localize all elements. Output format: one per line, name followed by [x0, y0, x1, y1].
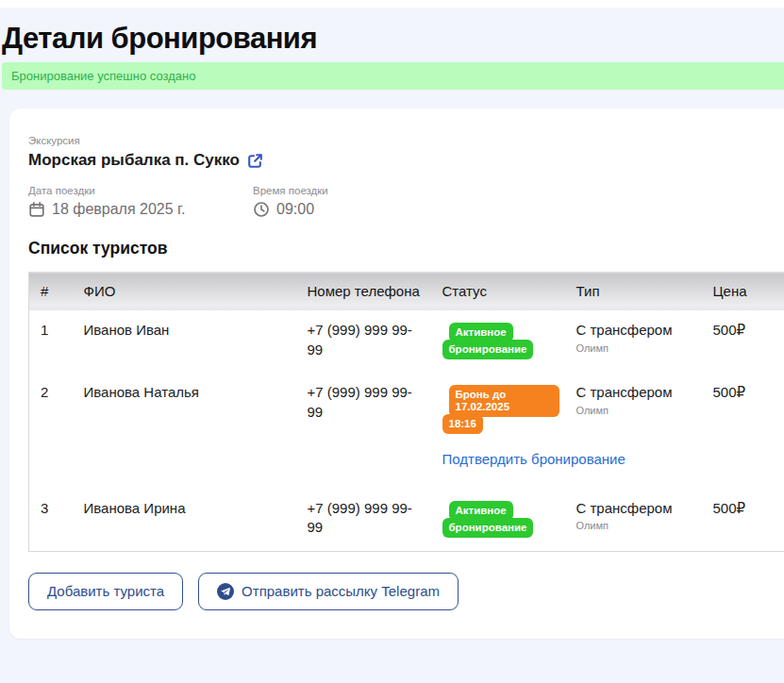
- table-row: 3 Иванова Ирина +7 (999) 999 99-99 Актив…: [29, 489, 784, 552]
- tourists-heading: Список туристов: [28, 239, 784, 258]
- table-row: 1 Иванов Иван +7 (999) 999 99-99 Активно…: [29, 310, 784, 373]
- tourists-table: # ФИО Номер телефона Статус Тип Цена 1 И…: [28, 272, 784, 552]
- tourist-type-sub: Олимп: [576, 404, 696, 418]
- tourist-type: С трансфером: [576, 321, 696, 340]
- tourist-price: 500₽: [702, 310, 784, 373]
- top-strip: [0, 0, 784, 8]
- col-header-phone: Номер телефона: [296, 273, 431, 311]
- time-value: 09:00: [276, 201, 314, 218]
- status-badge: Бронь до 17.02.2025 18:16: [442, 385, 559, 437]
- tourist-type-sub: Олимп: [576, 342, 696, 356]
- table-row: 2 Иванова Наталья +7 (999) 999 99-99 Бро…: [29, 373, 784, 488]
- tourist-num: 1: [29, 310, 73, 373]
- excursion-label: Экскурсия: [28, 135, 784, 146]
- tourist-type-sub: Олимп: [576, 519, 696, 533]
- tourist-num: 3: [29, 489, 73, 552]
- tourist-type: С трансфером: [576, 499, 696, 518]
- page: Детали бронирования Бронирование успешно…: [0, 0, 784, 639]
- tourist-num: 2: [29, 373, 73, 488]
- col-header-status: Статус: [431, 273, 565, 311]
- status-badge: Активное бронирование: [442, 501, 559, 541]
- telegram-icon: [217, 583, 234, 600]
- page-title: Детали бронирования: [2, 21, 784, 57]
- table-header-row: # ФИО Номер телефона Статус Тип Цена: [29, 273, 784, 311]
- add-tourist-button-label: Добавить туриста: [47, 583, 164, 599]
- col-header-num: #: [29, 273, 73, 311]
- success-banner-text: Бронирование успешно создано: [11, 69, 195, 83]
- calendar-icon: [28, 201, 45, 218]
- external-link-icon[interactable]: [247, 153, 263, 169]
- tourist-price: 500₽: [702, 489, 784, 552]
- add-tourist-button[interactable]: Добавить туриста: [28, 573, 183, 610]
- send-telegram-button-label: Отправить рассылку Telegram: [242, 583, 440, 599]
- booking-card: Экскурсия Морская рыбалка п. Сукко Дата …: [9, 108, 784, 639]
- col-header-type: Тип: [565, 273, 702, 311]
- tourist-name: Иванова Наталья: [73, 373, 296, 488]
- tourist-name: Иванов Иван: [73, 310, 296, 373]
- time-label: Время поездки: [253, 185, 477, 196]
- excursion-name: Морская рыбалка п. Сукко: [28, 151, 240, 170]
- tourist-phone: +7 (999) 999 99-99: [296, 489, 431, 552]
- tourist-name: Иванова Ирина: [73, 489, 296, 552]
- date-label: Дата поездки: [28, 185, 253, 196]
- status-badge: Активное бронирование: [442, 323, 559, 362]
- tourist-phone: +7 (999) 999 99-99: [296, 373, 431, 488]
- tourist-price: 500₽: [702, 373, 784, 488]
- tourist-phone: +7 (999) 999 99-99: [296, 310, 431, 373]
- tourist-type: С трансфером: [576, 383, 696, 402]
- col-header-price: Цена: [702, 273, 784, 311]
- confirm-booking-link[interactable]: Подтвердить бронирование: [442, 450, 626, 469]
- col-header-name: ФИО: [73, 273, 296, 311]
- send-telegram-button[interactable]: Отправить рассылку Telegram: [198, 573, 459, 610]
- clock-icon: [253, 201, 270, 218]
- date-value: 18 февраля 2025 г.: [52, 201, 185, 218]
- success-banner: Бронирование успешно создано: [2, 62, 784, 90]
